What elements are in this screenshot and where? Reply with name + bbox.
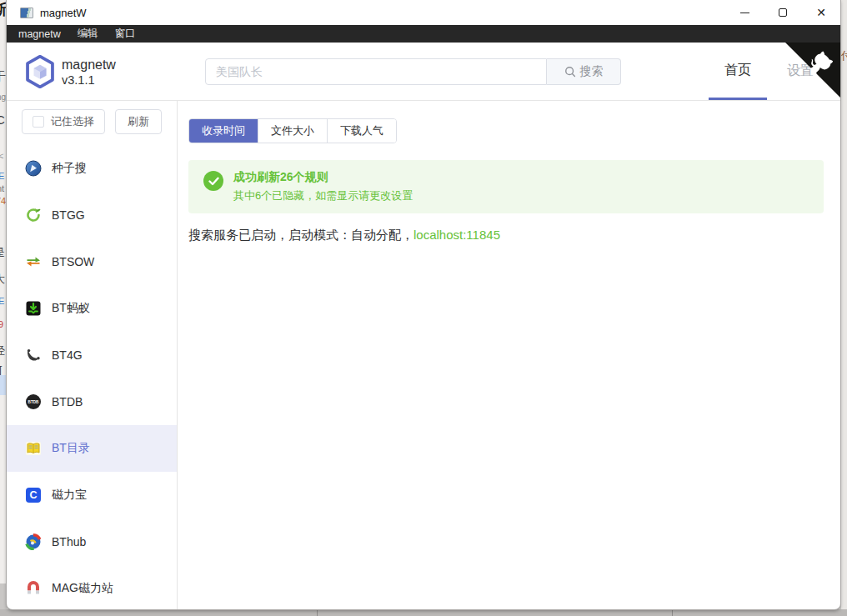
app-logo-icon (26, 55, 54, 88)
background-glyph: C (0, 113, 5, 126)
menu-item-magnetw[interactable]: magnetw (7, 25, 69, 43)
mag-icon (25, 580, 42, 597)
tab-home[interactable]: 首页 (709, 43, 767, 100)
sidebar-item-btsow[interactable]: BTSOW (7, 238, 177, 285)
background-glyph: 74 (0, 197, 6, 206)
zhongzisou-icon (25, 160, 42, 177)
remember-label: 记住选择 (51, 114, 94, 129)
menu-bar: magnetw 编辑 窗口 (7, 25, 840, 43)
btmulu-icon (25, 440, 42, 457)
background-glyph: 大 (0, 273, 5, 284)
sidebar-item-btgg[interactable]: BTGG (7, 192, 177, 238)
background-glyph: 9 (0, 320, 3, 329)
main-panel: 收录时间 文件大小 下载人气 成功刷新26个规则 其中6个已隐藏，如需显示请更改… (178, 101, 840, 609)
menu-item-edit[interactable]: 编辑 (69, 25, 107, 43)
window-controls: ✕ (725, 0, 840, 25)
sidebar-item-mag[interactable]: MAG磁力站 (7, 565, 177, 609)
status-localhost-link[interactable]: localhost:11845 (413, 228, 500, 242)
bthub-icon (25, 533, 42, 550)
remember-selection-button[interactable]: 记住选择 (22, 109, 105, 134)
maximize-button[interactable] (764, 0, 802, 25)
background-glyph: [ (0, 365, 2, 375)
close-button[interactable]: ✕ (802, 0, 840, 25)
sidebar-item-label: MAG磁力站 (52, 581, 113, 596)
background-glyph: 经 (0, 345, 5, 356)
sort-tab-group: 收录时间 文件大小 下载人气 (188, 118, 397, 143)
sidebar-item-cilibao[interactable]: C 磁力宝 (7, 472, 177, 518)
background-glyph: ng (0, 93, 6, 102)
minimize-icon (740, 13, 749, 13)
sidebar-item-btmulu[interactable]: BT目录 (7, 425, 177, 472)
search-icon (564, 66, 576, 78)
sidebar-item-label: BTGG (52, 208, 85, 222)
sidebar-item-btmayi[interactable]: BT蚂蚁 (7, 285, 177, 332)
close-icon: ✕ (816, 7, 826, 18)
background-bottom-strip (0, 609, 847, 616)
background-divider (317, 609, 318, 616)
btsow-icon (25, 253, 42, 270)
refresh-label: 刷新 (128, 114, 149, 129)
app-window: magnetW ✕ magnetw 编辑 窗口 magnetw v3.1. (7, 0, 840, 609)
alert-title: 成功刷新26个规则 (233, 168, 413, 185)
background-glyph: 斯 (0, 3, 7, 17)
status-text: 搜索服务已启动，启动模式：自动分配， (188, 228, 413, 242)
header: magnetw v3.1.1 搜索 首页 设置 (7, 43, 840, 101)
btdb-icon: BTDB (25, 393, 42, 410)
background-glyph: [E (0, 172, 4, 181)
sidebar-item-label: 磁力宝 (52, 488, 87, 503)
background-glyph: 于 (0, 70, 6, 83)
tab-sort-time[interactable]: 收录时间 (189, 119, 258, 143)
background-glyph: 是 (0, 247, 5, 258)
svg-text:C: C (29, 489, 37, 501)
success-alert: 成功刷新26个规则 其中6个已隐藏，如需显示请更改设置 (188, 160, 824, 213)
success-check-icon (203, 171, 223, 191)
sidebar-item-label: BTDB (52, 395, 83, 408)
background-right-strip: 付 (840, 0, 847, 616)
background-divider (672, 609, 673, 616)
desktop: 斯 于 ng C < [E nt 74 是 大 [E 9 经 [ 付 magne… (0, 0, 847, 616)
sidebar-item-bthub[interactable]: BThub (7, 518, 177, 565)
sidebar-item-zhongzisou[interactable]: 种子搜 (7, 145, 177, 192)
btmayi-icon (25, 300, 42, 317)
maximize-icon (779, 8, 787, 17)
window-title: magnetW (40, 7, 87, 19)
search-group: 搜索 (205, 58, 621, 85)
status-line: 搜索服务已启动，启动模式：自动分配，localhost:11845 (188, 228, 824, 243)
refresh-button[interactable]: 刷新 (115, 109, 162, 134)
source-list: 种子搜 BTGG (7, 145, 177, 609)
search-button-label: 搜索 (580, 64, 604, 79)
minimize-button[interactable] (725, 0, 764, 25)
sidebar: 记住选择 刷新 (7, 101, 178, 609)
app-name: magnetw (62, 57, 116, 73)
bt4g-icon (25, 347, 42, 363)
tab-home-label: 首页 (724, 62, 751, 79)
search-input[interactable] (205, 58, 547, 85)
app-version: v3.1.1 (62, 73, 116, 88)
remember-checkbox[interactable] (33, 116, 44, 128)
cilibao-icon: C (25, 487, 42, 503)
sidebar-item-bt4g[interactable]: BT4G (7, 332, 177, 378)
menu-item-window[interactable]: 窗口 (107, 25, 144, 43)
search-button[interactable]: 搜索 (547, 58, 621, 85)
sidebar-item-label: BT4G (52, 348, 83, 362)
sidebar-item-btdb[interactable]: BTDB BTDB (7, 378, 177, 425)
sidebar-item-label: BThub (52, 535, 86, 548)
app-icon (20, 8, 33, 18)
sidebar-item-label: BT目录 (52, 441, 90, 456)
content-row: 记住选择 刷新 (7, 101, 840, 609)
tab-sort-popularity[interactable]: 下载人气 (327, 119, 396, 143)
background-glyph: 付 (841, 50, 847, 61)
alert-description: 其中6个已隐藏，如需显示请更改设置 (233, 188, 413, 203)
sidebar-item-label: 种子搜 (52, 161, 87, 176)
background-glyph: < (0, 152, 3, 161)
sidebar-item-label: BT蚂蚁 (52, 301, 90, 316)
github-corner-icon[interactable] (785, 43, 840, 98)
tab-sort-size[interactable]: 文件大小 (258, 119, 327, 143)
sidebar-controls: 记住选择 刷新 (22, 109, 177, 134)
background-glyph: [E (0, 297, 4, 306)
background-left-strip: 斯 于 ng C < [E nt 74 是 大 [E 9 经 [ (0, 0, 7, 616)
alert-text-block: 成功刷新26个规则 其中6个已隐藏，如需显示请更改设置 (233, 168, 413, 203)
background-glyph: nt (0, 184, 4, 193)
brand-block: magnetw v3.1.1 (62, 57, 116, 88)
background-selection (0, 375, 7, 395)
